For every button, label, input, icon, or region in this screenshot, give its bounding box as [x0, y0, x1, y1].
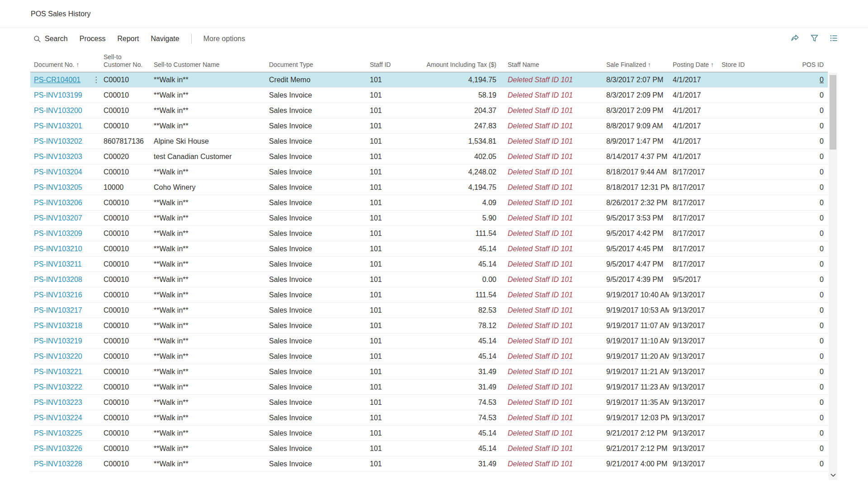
table-row[interactable]: PS-CR104001⋮C00010**Walk in**Credit Memo…: [30, 72, 828, 88]
cell-doc_no[interactable]: PS-INV103202: [30, 134, 104, 149]
column-header-customer_name[interactable]: Sell-to Customer Name: [154, 50, 269, 72]
document-no-link[interactable]: PS-INV103218: [34, 318, 82, 333]
cell-doc_no[interactable]: PS-INV103199: [30, 88, 104, 103]
table-row[interactable]: PS-INV103223C00010**Walk in**Sales Invoi…: [30, 395, 828, 410]
document-no-link[interactable]: PS-INV103225: [34, 426, 82, 441]
table-row[interactable]: PS-INV10320510000Coho WinerySales Invoic…: [30, 180, 828, 195]
cell-doc_no[interactable]: PS-INV103225: [30, 426, 104, 441]
vertical-scrollbar[interactable]: [829, 73, 837, 480]
row-more-options-icon[interactable]: ⋮: [91, 72, 101, 87]
document-no-link[interactable]: PS-INV103207: [34, 211, 82, 225]
cell-doc_no[interactable]: PS-INV103217: [30, 303, 104, 318]
document-no-link[interactable]: PS-INV103209: [34, 226, 82, 241]
table-row[interactable]: PS-INV103206C00010**Walk in**Sales Invoi…: [30, 195, 828, 211]
table-row[interactable]: PS-INV103200C00010**Walk in**Sales Invoi…: [30, 103, 828, 118]
document-no-link[interactable]: PS-INV103222: [34, 380, 82, 394]
cell-doc_no[interactable]: PS-INV103207: [30, 211, 104, 225]
more-options-button[interactable]: More options: [203, 35, 245, 43]
document-no-link[interactable]: PS-INV103216: [34, 287, 82, 302]
table-row[interactable]: PS-INV103228C00010**Walk in**Sales Invoi…: [30, 456, 828, 472]
cell-doc_no[interactable]: PS-INV103221: [30, 364, 104, 379]
table-row[interactable]: PS-INV103219C00010**Walk in**Sales Invoi…: [30, 333, 828, 349]
cell-doc_no[interactable]: PS-INV103223: [30, 395, 104, 410]
table-row[interactable]: PS-INV103210C00010**Walk in**Sales Invoi…: [30, 241, 828, 257]
cell-doc_no[interactable]: PS-INV103205: [30, 180, 104, 195]
column-header-pos_id[interactable]: POS ID: [769, 50, 828, 72]
table-row[interactable]: PS-INV103216C00010**Walk in**Sales Invoi…: [30, 287, 828, 303]
document-no-link[interactable]: PS-INV103203: [34, 149, 82, 164]
document-no-link[interactable]: PS-INV103200: [34, 103, 82, 118]
cell-doc_no[interactable]: PS-INV103211: [30, 257, 104, 272]
cell-doc_no[interactable]: PS-INV103201: [30, 118, 104, 133]
table-row[interactable]: PS-INV103199C00010**Walk in**Sales Invoi…: [30, 88, 828, 103]
document-no-link[interactable]: PS-INV103226: [34, 441, 82, 456]
cell-doc_no[interactable]: PS-INV103226: [30, 441, 104, 456]
document-no-link[interactable]: PS-INV103199: [34, 88, 82, 103]
table-row[interactable]: PS-INV103226C00010**Walk in**Sales Invoi…: [30, 441, 828, 456]
cell-doc_no[interactable]: PS-INV103219: [30, 333, 104, 348]
cell-doc_no[interactable]: PS-INV103210: [30, 241, 104, 256]
process-button[interactable]: Process: [80, 35, 106, 43]
cell-doc_no[interactable]: PS-INV103204: [30, 164, 104, 179]
document-no-link[interactable]: PS-INV103224: [34, 410, 82, 425]
table-row[interactable]: PS-INV103224C00010**Walk in**Sales Invoi…: [30, 410, 828, 426]
column-header-amount[interactable]: Amount Including Tax ($): [433, 50, 502, 72]
document-no-link[interactable]: PS-INV103201: [34, 118, 82, 133]
document-no-link[interactable]: PS-INV103211: [34, 257, 82, 272]
filter-button[interactable]: [810, 34, 819, 44]
cell-doc_no[interactable]: PS-CR104001⋮: [30, 72, 104, 87]
table-row[interactable]: PS-INV103201C00010**Walk in**Sales Invoi…: [30, 118, 828, 134]
document-no-link[interactable]: PS-INV103202: [34, 134, 82, 149]
cell-doc_no[interactable]: PS-INV103216: [30, 287, 104, 302]
document-no-link[interactable]: PS-INV103223: [34, 395, 82, 410]
table-row[interactable]: PS-INV103217C00010**Walk in**Sales Invoi…: [30, 303, 828, 318]
document-no-link[interactable]: PS-INV103208: [34, 272, 82, 287]
share-button[interactable]: [791, 34, 799, 44]
document-no-link[interactable]: PS-CR104001: [34, 72, 80, 87]
column-header-sale_finalized[interactable]: Sale Finalized ↑: [601, 50, 669, 72]
scroll-down-button[interactable]: [829, 470, 837, 480]
document-no-link[interactable]: PS-INV103217: [34, 303, 82, 318]
document-no-link[interactable]: PS-INV103205: [34, 180, 82, 195]
document-no-link[interactable]: PS-INV103220: [34, 349, 82, 364]
table-row[interactable]: PS-INV103209C00010**Walk in**Sales Invoi…: [30, 226, 828, 241]
navigate-button[interactable]: Navigate: [151, 35, 179, 43]
table-row[interactable]: PS-INV103203C00020test Canadian Customer…: [30, 149, 828, 164]
cell-doc_no[interactable]: PS-INV103206: [30, 195, 104, 210]
document-no-link[interactable]: PS-INV103206: [34, 195, 82, 210]
table-row[interactable]: PS-INV103221C00010**Walk in**Sales Invoi…: [30, 364, 828, 380]
choose-view-button[interactable]: [830, 34, 838, 44]
document-no-link[interactable]: PS-INV103228: [34, 456, 82, 471]
column-header-posting_date[interactable]: Posting Date ↑: [669, 50, 719, 72]
column-header-store_id[interactable]: Store ID: [719, 50, 769, 72]
scrollbar-thumb[interactable]: [830, 75, 836, 150]
table-row[interactable]: PS-INV103225C00010**Walk in**Sales Invoi…: [30, 426, 828, 441]
cell-doc_no[interactable]: PS-INV103228: [30, 456, 104, 471]
document-no-link[interactable]: PS-INV103204: [34, 164, 82, 179]
table-row[interactable]: PS-INV103208C00010**Walk in**Sales Invoi…: [30, 272, 828, 287]
cell-doc_no[interactable]: PS-INV103220: [30, 349, 104, 364]
cell-doc_no[interactable]: PS-INV103203: [30, 149, 104, 164]
table-row[interactable]: PS-INV103211C00010**Walk in**Sales Invoi…: [30, 257, 828, 272]
column-header-doc_no[interactable]: Document No. ↑: [30, 50, 104, 72]
column-header-doc_type[interactable]: Document Type: [269, 50, 370, 72]
table-row[interactable]: PS-INV103207C00010**Walk in**Sales Invoi…: [30, 211, 828, 226]
document-no-link[interactable]: PS-INV103221: [34, 364, 82, 379]
table-row[interactable]: PS-INV103218C00010**Walk in**Sales Invoi…: [30, 318, 828, 333]
document-no-link[interactable]: PS-INV103210: [34, 241, 82, 256]
cell-doc_no[interactable]: PS-INV103209: [30, 226, 104, 241]
document-no-link[interactable]: PS-INV103219: [34, 333, 82, 348]
table-row[interactable]: PS-INV103220C00010**Walk in**Sales Invoi…: [30, 349, 828, 364]
cell-doc_no[interactable]: PS-INV103208: [30, 272, 104, 287]
cell-doc_no[interactable]: PS-INV103200: [30, 103, 104, 118]
cell-doc_no[interactable]: PS-INV103222: [30, 380, 104, 394]
column-header-staff_id[interactable]: Staff ID: [370, 50, 433, 72]
column-header-customer_no[interactable]: Sell-toCustomer No.: [104, 50, 154, 72]
table-row[interactable]: PS-INV103204C00010**Walk in**Sales Invoi…: [30, 164, 828, 180]
cell-doc_no[interactable]: PS-INV103224: [30, 410, 104, 425]
cell-doc_no[interactable]: PS-INV103218: [30, 318, 104, 333]
table-row[interactable]: PS-INV103222C00010**Walk in**Sales Invoi…: [30, 380, 828, 395]
table-row[interactable]: PS-INV1032028607817136Alpine Ski HouseSa…: [30, 134, 828, 149]
report-button[interactable]: Report: [118, 35, 139, 43]
column-header-staff_name[interactable]: Staff Name: [502, 50, 601, 72]
